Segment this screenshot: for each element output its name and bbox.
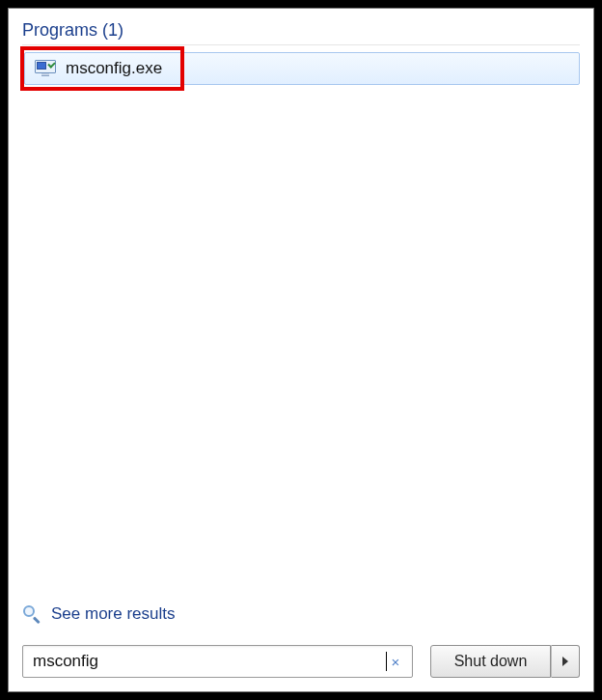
shutdown-split-button: Shut down <box>430 645 580 678</box>
search-box[interactable]: msconfig × <box>22 645 413 678</box>
search-input-text[interactable]: msconfig <box>33 652 387 671</box>
see-more-results-label: See more results <box>51 604 176 624</box>
magnifier-icon <box>22 604 41 624</box>
start-menu-search-window: Programs (1) msconfig.exe See more resul… <box>8 8 594 692</box>
bottom-bar: msconfig × Shut down <box>9 635 593 691</box>
see-more-results-link[interactable]: See more results <box>9 604 593 635</box>
triangle-right-icon <box>562 657 568 666</box>
shutdown-options-arrow-button[interactable] <box>551 645 580 678</box>
results-category-header: Programs (1) <box>22 20 580 45</box>
clear-search-icon[interactable]: × <box>387 653 404 670</box>
results-area: Programs (1) msconfig.exe <box>9 9 593 604</box>
result-item-label: msconfig.exe <box>66 59 162 78</box>
result-item-container: msconfig.exe <box>24 52 580 85</box>
result-item-msconfig[interactable]: msconfig.exe <box>24 52 580 85</box>
msconfig-icon <box>35 60 56 77</box>
shutdown-button[interactable]: Shut down <box>430 645 551 678</box>
